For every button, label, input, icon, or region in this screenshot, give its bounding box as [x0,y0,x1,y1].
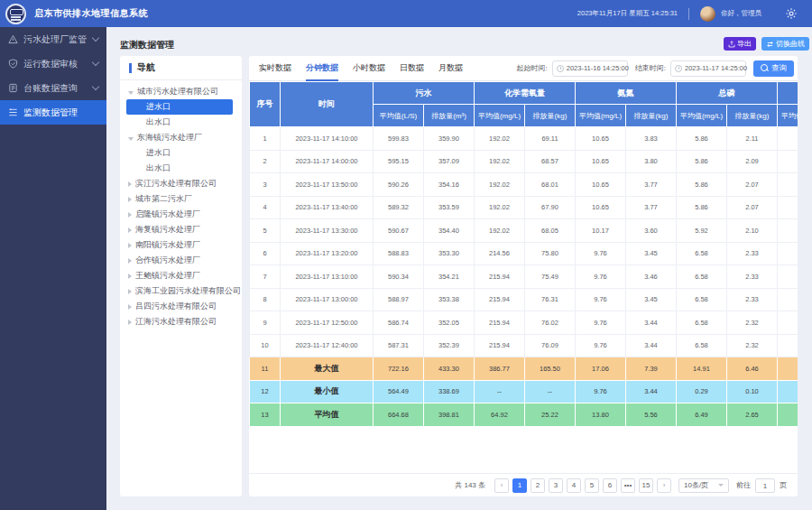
page-button[interactable]: 2 [531,478,545,493]
table-cell: 352.05 [424,311,475,335]
tree-node-plant[interactable]: 江海污水处理有限公司 [120,314,242,329]
page-ellipsis[interactable]: ••• [621,478,635,493]
summary-row: 11最大值722.16433.30386.77165.5017.067.3914… [250,357,798,381]
table-cell: 398.81 [424,403,475,427]
tree-node-port[interactable]: 进水口 [126,99,233,115]
table-cell: 2023-11-17 13:40:00 [281,196,374,219]
table-cell: 595.15 [374,150,424,173]
page-button[interactable]: 6 [603,478,617,493]
tree-node-port[interactable]: 出水口 [120,161,242,176]
caret-down-icon[interactable] [128,91,134,95]
table-cell: 2023-11-17 13:10:00 [281,265,374,289]
goto-page-input[interactable]: 1 [755,478,775,493]
tree-node-plant[interactable]: 海复镇污水处理厂 [120,222,242,237]
table-cell: 2023-11-17 13:20:00 [281,242,374,265]
tree-node-plant[interactable]: 王鲍镇污水处理厂 [120,268,242,283]
page-button[interactable]: 5 [585,478,599,493]
caret-down-icon[interactable] [128,137,134,141]
table-cell: 564.49 [374,380,424,403]
tree-node-plant[interactable]: 滨江污水处理有限公司 [120,176,242,191]
export-icon [728,41,735,48]
sidebar-item[interactable]: 监测数据管理 [0,100,106,125]
settings-gear-icon[interactable] [785,7,798,20]
sidebar-item[interactable]: 污水处理厂监管 [0,27,106,51]
plant-supervision-icon [8,34,18,44]
caret-right-icon[interactable] [128,304,132,310]
tab-1[interactable]: 分钟数据 [306,56,338,81]
tree-node-plant[interactable]: 合作镇污水处理厂 [120,253,242,268]
table-cell: 11 [250,357,281,381]
caret-right-icon[interactable] [128,181,132,187]
next-page-button[interactable]: › [657,478,671,493]
table-cell: 6.58 [677,311,727,335]
table-cell: 68.05 [525,219,576,243]
tree-node-port[interactable]: 出水口 [120,115,242,130]
tab-2[interactable]: 小时数据 [353,56,385,81]
prev-page-button[interactable]: ‹ [494,478,509,493]
end-time-label: 结束时间: [635,63,666,73]
user-avatar[interactable] [700,6,715,22]
tab-4[interactable]: 月数据 [438,56,463,81]
data-table: 序号时间污水化学需氧量氨氮总磷平均值(L/S)排放量(m³)平均值(mg/L)排… [249,81,798,427]
table-cell: 590.67 [374,219,424,243]
end-time-input[interactable]: 2023-11-17 14:25:00 [670,60,746,77]
tree-node-plant[interactable]: 南阳镇污水处理厂 [120,237,242,253]
page-button[interactable]: 1 [512,478,527,493]
start-time-input[interactable]: 2023-11-16 14:25:00 [552,60,628,77]
caret-right-icon[interactable] [128,258,132,264]
table-cell: -- [475,380,525,403]
table-cell: 10.65 [576,196,626,219]
tree-node-plant[interactable]: 城市第二污水厂 [120,191,242,207]
table-cell [778,150,798,173]
table-cell: 69.11 [525,127,576,151]
table-cell: 17.06 [576,357,626,381]
page-size-select[interactable]: 10条/页 [678,478,729,493]
tree-node-plant[interactable]: 滨海工业园污水处理有限公司 [120,283,242,299]
table-row: 92023-11-17 12:50:00586.74352.05215.9476… [250,311,798,335]
tree-node-plant[interactable]: 启隆镇污水处理厂 [120,207,242,222]
sidebar-item[interactable]: 台账数据查询 [0,76,106,100]
page-button[interactable]: 15 [639,478,653,493]
header-datetime: 2023年11月17日 星期五 14:25:31 [577,9,678,18]
tab-0[interactable]: 实时数据 [259,56,291,81]
tree-node-plant[interactable]: 吕四污水处理有限公司 [120,299,242,314]
clock-icon [557,65,564,72]
caret-right-icon[interactable] [128,227,132,233]
caret-right-icon[interactable] [128,320,132,325]
table-cell: 13.80 [576,403,626,427]
caret-right-icon[interactable] [128,212,132,218]
table-cell: 214.56 [475,242,525,265]
switch-curve-button[interactable]: 切换曲线 [761,37,809,51]
caret-right-icon[interactable] [128,274,132,279]
sidebar-item[interactable]: 运行数据审核 [0,51,106,76]
table-cell: 4 [250,196,281,219]
chevron-down-icon [92,34,99,42]
tree-node-label: 吕四污水处理有限公司 [135,301,217,312]
table-cell: 64.92 [475,403,525,427]
table-cell: 192.02 [475,127,525,151]
caret-right-icon[interactable] [128,197,132,202]
table-cell: 9 [250,311,281,335]
data-audit-icon [8,59,18,69]
tree-node-port[interactable]: 进水口 [120,145,242,161]
page-button[interactable]: 4 [567,478,581,493]
table-cell [778,127,798,151]
caret-right-icon[interactable] [128,243,132,248]
export-button[interactable]: 导出 [724,37,756,51]
table-cell: 722.16 [374,357,424,381]
tree-node-plant[interactable]: 东海镇污水处理厂 [120,130,242,145]
caret-right-icon[interactable] [128,289,132,294]
page-button[interactable]: 3 [549,478,563,493]
table-cell: 3.44 [626,334,677,357]
table-cell: 192.02 [475,196,525,219]
table-cell: 2.07 [727,196,778,219]
col-group-header [778,82,798,105]
chevron-down-icon [92,59,99,66]
tree-node-plant[interactable]: 城市污水处理有限公司 [120,84,242,99]
table-cell [778,173,798,197]
table-cell [778,403,798,427]
table-cell: 2 [250,150,281,173]
tab-3[interactable]: 日数据 [400,56,424,81]
query-button[interactable]: 查询 [753,60,794,77]
table-row: 42023-11-17 13:40:00589.32353.59192.0267… [250,196,798,219]
